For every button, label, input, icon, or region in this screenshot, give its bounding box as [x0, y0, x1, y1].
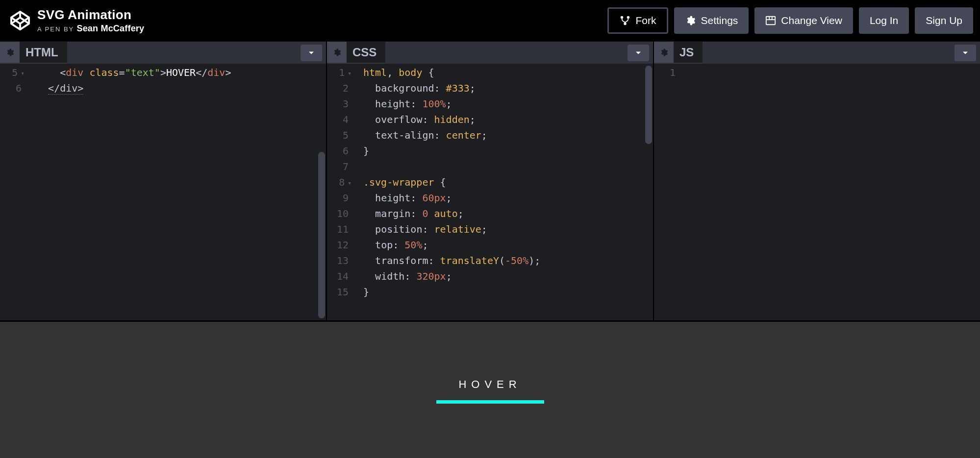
svg-wrapper[interactable]: HOVER — [412, 375, 569, 405]
app-header: SVG Animation A Pen by Sean McCaffery Fo… — [0, 0, 980, 41]
editor-menu-css[interactable] — [628, 45, 649, 61]
byline: A Pen by Sean McCaffery — [37, 24, 144, 34]
gear-icon — [685, 15, 696, 26]
scrollbar-thumb[interactable] — [645, 66, 652, 144]
settings-button[interactable]: Settings — [674, 7, 749, 34]
svg-point-1 — [627, 16, 630, 19]
login-button[interactable]: Log In — [859, 7, 909, 34]
editor-menu-js[interactable] — [955, 45, 976, 61]
signup-label: Sign Up — [926, 15, 962, 26]
author-name[interactable]: Sean McCaffery — [76, 24, 144, 33]
editor-header-html: HTML — [0, 41, 326, 64]
fork-button[interactable]: Fork — [607, 7, 668, 34]
svg-rect-3 — [766, 17, 775, 25]
title-block: SVG Animation A Pen by Sean McCaffery — [37, 7, 144, 34]
editor-lang-html: HTML — [25, 46, 58, 59]
editor-settings-css[interactable] — [327, 42, 347, 63]
fork-label: Fork — [635, 15, 656, 26]
pen-title[interactable]: SVG Animation — [37, 7, 144, 23]
editor-header-css: CSS — [327, 41, 653, 64]
editor-lang-css: CSS — [352, 46, 377, 59]
code-area-css[interactable]: 123456789101112131415 html, body { backg… — [327, 64, 653, 320]
editor-menu-html[interactable] — [301, 45, 322, 61]
preview-pane[interactable]: HOVER — [0, 320, 980, 458]
header-right: Fork Settings Change View Log In Sign Up — [607, 7, 973, 34]
settings-label: Settings — [701, 15, 738, 26]
svg-point-0 — [621, 16, 624, 19]
by-label: A Pen by — [37, 25, 74, 33]
code-css[interactable]: html, body { background: #333; height: 1… — [327, 64, 653, 300]
signup-button[interactable]: Sign Up — [915, 7, 973, 34]
change-view-label: Change View — [781, 15, 842, 26]
gutter-css: 123456789101112131415 — [327, 64, 353, 300]
editor-js: JS 1 — [654, 41, 980, 320]
code-html[interactable]: <div class="text">HOVER</div> </div> — [0, 64, 326, 96]
fork-icon — [620, 15, 630, 26]
change-view-button[interactable]: Change View — [754, 7, 853, 34]
editor-css: CSS 123456789101112131415 html, body { b… — [327, 41, 654, 320]
editor-settings-js[interactable] — [654, 42, 674, 63]
header-left: SVG Animation A Pen by Sean McCaffery — [10, 7, 144, 34]
code-area-js[interactable]: 1 — [654, 64, 980, 320]
editors-row: HTML 56 <div class="text">HOVER</div> </… — [0, 41, 980, 320]
login-label: Log In — [870, 15, 898, 26]
editor-html: HTML 56 <div class="text">HOVER</div> </… — [0, 41, 327, 320]
codepen-logo-icon[interactable] — [10, 10, 30, 31]
editor-title-html[interactable]: HTML — [0, 42, 67, 64]
code-js[interactable] — [654, 64, 980, 80]
editor-lang-js: JS — [679, 46, 694, 59]
gutter-html: 56 — [0, 64, 26, 96]
gutter-js: 1 — [654, 64, 680, 80]
editor-title-css[interactable]: CSS — [327, 42, 385, 64]
editor-title-js[interactable]: JS — [654, 42, 703, 64]
code-area-html[interactable]: 56 <div class="text">HOVER</div> </div> — [0, 64, 326, 320]
editor-settings-html[interactable] — [0, 42, 20, 63]
preview-text: HOVER — [412, 378, 569, 391]
preview-underline — [436, 400, 544, 404]
editor-header-js: JS — [654, 41, 980, 64]
layout-icon — [765, 15, 776, 26]
scrollbar-thumb[interactable] — [318, 152, 325, 318]
